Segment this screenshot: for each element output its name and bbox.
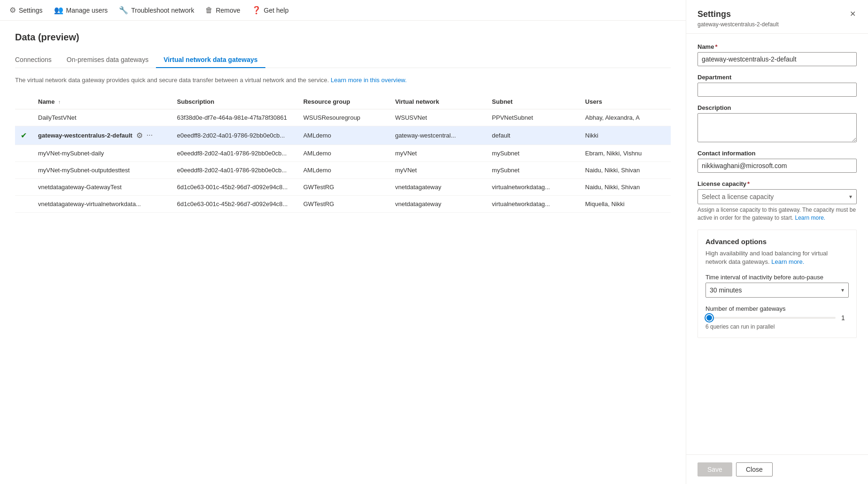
panel-title: Settings bbox=[698, 9, 779, 19]
row-resource-group: GWTestRG bbox=[298, 178, 389, 195]
row-subscription: 6d1c0e63-001c-45b2-96d7-d092e94c8... bbox=[171, 195, 298, 212]
table-row[interactable]: vnetdatagateway-virtualnetworkdata...6d1… bbox=[15, 195, 671, 212]
license-learn-more-link[interactable]: Learn more. bbox=[795, 215, 825, 221]
advanced-title: Advanced options bbox=[705, 238, 849, 246]
row-users: Ebram, Nikki, Vishnu bbox=[580, 145, 671, 161]
contact-input[interactable] bbox=[698, 159, 857, 173]
table-row[interactable]: myVNet-mySubnet-dailye0eeddf8-2d02-4a01-… bbox=[15, 145, 671, 161]
advanced-options-box: Advanced options High availability and l… bbox=[698, 230, 857, 338]
description-text: The virtual network data gateway provide… bbox=[15, 76, 671, 85]
toolbar: ⚙ Settings 👥 Manage users 🔧 Troubleshoot… bbox=[0, 0, 686, 21]
time-interval-group: Time interval of inactivity before auto-… bbox=[705, 274, 849, 298]
name-field-group: Name* bbox=[698, 43, 857, 66]
troubleshoot-icon: 🔧 bbox=[119, 6, 128, 15]
toolbar-remove-label: Remove bbox=[216, 7, 240, 14]
panel-body: Name* Department Description Contact inf… bbox=[686, 34, 868, 454]
member-gateways-slider[interactable] bbox=[705, 317, 836, 319]
row-resource-group: AMLdemo bbox=[298, 126, 389, 145]
col-virtual-network: Virtual network bbox=[389, 94, 486, 109]
col-name[interactable]: Name ↑ bbox=[32, 94, 171, 109]
time-interval-select[interactable]: 30 minutes 1 hour 2 hours Never bbox=[705, 283, 849, 298]
tab-virtual-network[interactable]: Virtual network data gateways bbox=[156, 52, 265, 68]
description-link[interactable]: Learn more in this overview. bbox=[331, 77, 407, 84]
toolbar-remove[interactable]: 🗑 Remove bbox=[205, 6, 240, 15]
row-resource-group: WSUSResouregroup bbox=[298, 109, 389, 126]
tabs-bar: Connections On-premises data gateways Vi… bbox=[15, 52, 671, 68]
description-textarea[interactable] bbox=[698, 113, 857, 142]
description-field-group: Description bbox=[698, 104, 857, 142]
row-more-icon[interactable]: ··· bbox=[147, 131, 153, 139]
panel-title-block: Settings gateway-westcentralus-2-default bbox=[698, 9, 779, 28]
row-status-cell bbox=[15, 195, 32, 212]
row-resource-group: AMLdemo bbox=[298, 145, 389, 161]
settings-icon: ⚙ bbox=[9, 6, 16, 15]
page-title: Data (preview) bbox=[15, 32, 671, 43]
table-row[interactable]: DailyTestVNet63f38d0e-df7e-464a-981e-47f… bbox=[15, 109, 671, 126]
row-status-cell bbox=[15, 145, 32, 161]
row-name: vnetdatagateway-GatewayTest bbox=[32, 178, 171, 195]
toolbar-get-help[interactable]: ❓ Get help bbox=[252, 6, 289, 15]
row-name: vnetdatagateway-virtualnetworkdata... bbox=[32, 195, 171, 212]
table-row[interactable]: myVNet-mySubnet-outputdestteste0eeddf8-2… bbox=[15, 161, 671, 178]
license-label: License capacity* bbox=[698, 180, 857, 187]
toolbar-settings[interactable]: ⚙ Settings bbox=[9, 6, 43, 15]
gateway-table: Name ↑ Subscription Resource group Virtu… bbox=[15, 94, 671, 213]
row-virtual-network: WSUSVNet bbox=[389, 109, 486, 126]
row-subscription: 63f38d0e-df7e-464a-981e-47fa78f30861 bbox=[171, 109, 298, 126]
active-status-icon: ✔ bbox=[21, 131, 27, 139]
contact-label: Contact information bbox=[698, 150, 857, 157]
name-input[interactable] bbox=[698, 52, 857, 66]
toolbar-troubleshoot[interactable]: 🔧 Troubleshoot network bbox=[119, 6, 194, 15]
panel-footer: Save Close bbox=[686, 454, 868, 484]
row-users: Nikki bbox=[580, 126, 671, 145]
row-name-cell: gateway-westcentralus-2-default ⚙ ··· bbox=[32, 126, 171, 145]
toolbar-manage-users-label: Manage users bbox=[66, 7, 108, 14]
row-users: Abhay, Alexandra, A bbox=[580, 109, 671, 126]
row-virtual-network: vnetdatagateway bbox=[389, 178, 486, 195]
department-input[interactable] bbox=[698, 83, 857, 97]
time-interval-label: Time interval of inactivity before auto-… bbox=[705, 274, 849, 281]
row-subnet: mySubnet bbox=[486, 145, 579, 161]
col-subscription: Subscription bbox=[171, 94, 298, 109]
license-select[interactable]: Select a license capacity bbox=[698, 189, 857, 204]
row-name: myVNet-mySubnet-outputdesttest bbox=[32, 161, 171, 178]
row-subscription: e0eeddf8-2d02-4a01-9786-92bb0e0cb... bbox=[171, 161, 298, 178]
toolbar-troubleshoot-label: Troubleshoot network bbox=[131, 7, 194, 14]
row-settings-icon[interactable]: ⚙ bbox=[136, 131, 143, 140]
row-name: myVNet-mySubnet-daily bbox=[32, 145, 171, 161]
manage-users-icon: 👥 bbox=[54, 6, 63, 15]
close-button[interactable]: Close bbox=[736, 462, 773, 476]
advanced-learn-more-link[interactable]: Learn more. bbox=[771, 258, 804, 265]
tab-on-premises[interactable]: On-premises data gateways bbox=[59, 52, 156, 68]
toolbar-manage-users[interactable]: 👥 Manage users bbox=[54, 6, 108, 15]
row-subnet: PPVNetSubnet bbox=[486, 109, 579, 126]
row-virtual-network: myVNet bbox=[389, 161, 486, 178]
toolbar-settings-label: Settings bbox=[19, 7, 43, 14]
row-virtual-network: gateway-westcentral... bbox=[389, 126, 486, 145]
description-label: Description bbox=[698, 104, 857, 111]
page-area: Data (preview) Connections On-premises d… bbox=[0, 21, 686, 484]
close-panel-button[interactable]: ✕ bbox=[849, 9, 857, 19]
slider-row: 1 bbox=[705, 314, 849, 322]
table-header-row: Name ↑ Subscription Resource group Virtu… bbox=[15, 94, 671, 109]
save-button[interactable]: Save bbox=[698, 462, 732, 476]
row-users: Miquella, Nikki bbox=[580, 195, 671, 212]
col-resource-group: Resource group bbox=[298, 94, 389, 109]
member-gateways-label: Number of member gateways bbox=[705, 305, 849, 312]
row-users: Naidu, Nikki, Shivan bbox=[580, 178, 671, 195]
remove-icon: 🗑 bbox=[205, 6, 213, 15]
table-row[interactable]: ✔ gateway-westcentralus-2-default ⚙ ··· … bbox=[15, 126, 671, 145]
col-users: Users bbox=[580, 94, 671, 109]
row-resource-group: GWTestRG bbox=[298, 195, 389, 212]
tab-connections[interactable]: Connections bbox=[15, 52, 59, 68]
table-row[interactable]: vnetdatagateway-GatewayTest6d1c0e63-001c… bbox=[15, 178, 671, 195]
get-help-icon: ❓ bbox=[252, 6, 261, 15]
row-subscription: 6d1c0e63-001c-45b2-96d7-d092e94c8... bbox=[171, 178, 298, 195]
settings-panel: Settings gateway-westcentralus-2-default… bbox=[686, 0, 868, 484]
row-subnet: virtualnetworkdatag... bbox=[486, 178, 579, 195]
slider-value: 1 bbox=[841, 314, 849, 322]
member-gateways-group: Number of member gateways 1 6 queries ca… bbox=[705, 305, 849, 330]
panel-subtitle: gateway-westcentralus-2-default bbox=[698, 21, 779, 28]
row-status-cell bbox=[15, 109, 32, 126]
row-name: gateway-westcentralus-2-default bbox=[38, 132, 132, 139]
